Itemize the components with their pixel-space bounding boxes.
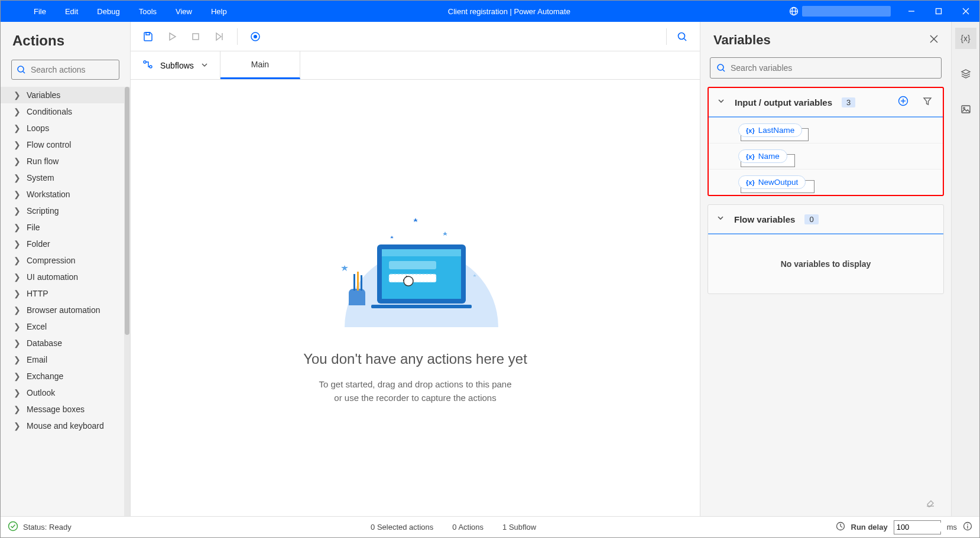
tree-item-excel[interactable]: ❯Excel bbox=[1, 318, 124, 335]
tree-item-folder[interactable]: ❯Folder bbox=[1, 236, 124, 252]
minimize-button[interactable] bbox=[898, 1, 925, 22]
actions-panel: Actions ❯Variables ❯Conditionals ❯Loops … bbox=[1, 22, 131, 516]
variable-name: NewOutput bbox=[758, 178, 799, 187]
tree-item-exchange[interactable]: ❯Exchange bbox=[1, 368, 124, 384]
tree-item-file[interactable]: ❯File bbox=[1, 219, 124, 236]
chevron-right-icon: ❯ bbox=[14, 123, 21, 133]
recorder-button[interactable] bbox=[245, 26, 266, 47]
actions-search[interactable] bbox=[11, 60, 119, 80]
tree-item-mouse-keyboard[interactable]: ❯Mouse and keyboard bbox=[1, 418, 124, 434]
variable-tag-lastname[interactable]: {x}LastName bbox=[738, 123, 802, 137]
svg-marker-31 bbox=[390, 236, 394, 239]
tree-item-conditionals[interactable]: ❯Conditionals bbox=[1, 103, 124, 120]
variables-search[interactable] bbox=[710, 57, 942, 79]
chevron-right-icon: ❯ bbox=[14, 272, 21, 282]
tree-item-database[interactable]: ❯Database bbox=[1, 335, 124, 351]
tree-item-email[interactable]: ❯Email bbox=[1, 351, 124, 368]
close-button[interactable] bbox=[952, 1, 979, 22]
run-button[interactable] bbox=[161, 26, 183, 47]
tree-label: Message boxes bbox=[27, 405, 85, 414]
tree-label: Folder bbox=[27, 239, 50, 249]
tree-label: Scripting bbox=[27, 206, 59, 216]
svg-point-35 bbox=[718, 64, 723, 70]
tree-item-ui-automation[interactable]: ❯UI automation bbox=[1, 269, 124, 285]
menu-help[interactable]: Help bbox=[202, 2, 236, 21]
menu-tools[interactable]: Tools bbox=[129, 2, 166, 21]
chevron-right-icon: ❯ bbox=[14, 405, 21, 414]
images-sidebar-button[interactable] bbox=[955, 99, 976, 120]
canvas-search-button[interactable] bbox=[671, 26, 693, 47]
io-variables-header[interactable]: Input / output variables 3 bbox=[709, 88, 943, 118]
actions-scrollbar[interactable] bbox=[124, 87, 130, 516]
chevron-right-icon: ❯ bbox=[14, 156, 21, 166]
stop-button[interactable] bbox=[185, 26, 206, 47]
subflows-dropdown[interactable]: Subflows bbox=[131, 51, 220, 79]
variables-search-input[interactable] bbox=[731, 63, 935, 73]
tree-item-outlook[interactable]: ❯Outlook bbox=[1, 384, 124, 401]
subflow-count: 1 Subflow bbox=[502, 523, 536, 532]
variable-tag-wrap: {x}NewOutput bbox=[738, 175, 806, 189]
tree-item-variables[interactable]: ❯Variables bbox=[1, 87, 124, 103]
actions-search-input[interactable] bbox=[31, 65, 134, 74]
maximize-button[interactable] bbox=[925, 1, 952, 22]
tree-item-compression[interactable]: ❯Compression bbox=[1, 252, 124, 269]
close-variables-button[interactable] bbox=[930, 35, 938, 45]
chevron-right-icon: ❯ bbox=[14, 107, 21, 116]
svg-marker-28 bbox=[413, 218, 418, 222]
tree-item-scripting[interactable]: ❯Scripting bbox=[1, 203, 124, 219]
save-button[interactable] bbox=[138, 26, 159, 47]
menu-view[interactable]: View bbox=[166, 2, 202, 21]
canvas-content[interactable]: You don't have any actions here yet To g… bbox=[131, 80, 700, 516]
search-icon bbox=[17, 65, 26, 74]
menu-edit[interactable]: Edit bbox=[56, 2, 87, 21]
environment-badge[interactable] bbox=[782, 1, 898, 22]
svg-point-16 bbox=[144, 61, 146, 63]
menu-bar: File Edit Debug Tools View Help bbox=[1, 2, 236, 21]
tree-item-browser-automation[interactable]: ❯Browser automation bbox=[1, 302, 124, 318]
add-variable-button[interactable] bbox=[895, 93, 911, 111]
io-variables-section: Input / output variables 3 {x}LastName {… bbox=[708, 87, 944, 196]
variable-row[interactable]: {x}Name bbox=[709, 144, 943, 169]
tree-item-workstation[interactable]: ❯Workstation bbox=[1, 186, 124, 203]
chevron-right-icon: ❯ bbox=[14, 371, 21, 381]
svg-rect-20 bbox=[382, 249, 461, 256]
variables-sidebar-button[interactable]: {x} bbox=[955, 28, 976, 49]
variable-tag-newoutput[interactable]: {x}NewOutput bbox=[738, 175, 806, 189]
tree-label: Run flow bbox=[27, 156, 59, 166]
chevron-right-icon: ❯ bbox=[14, 421, 21, 431]
tree-item-message-boxes[interactable]: ❯Message boxes bbox=[1, 401, 124, 418]
chevron-down-icon bbox=[201, 61, 208, 70]
variable-tag-wrap: {x}LastName bbox=[738, 123, 802, 137]
variable-tag-name[interactable]: {x}Name bbox=[738, 149, 787, 163]
step-button[interactable] bbox=[209, 26, 230, 47]
variable-tag-wrap: {x}Name bbox=[738, 149, 787, 163]
chevron-right-icon: ❯ bbox=[14, 289, 21, 298]
variables-panel: Variables Input / output variables 3 {x}… bbox=[700, 22, 951, 516]
tree-item-flow-control[interactable]: ❯Flow control bbox=[1, 136, 124, 153]
tree-label: Workstation bbox=[27, 190, 70, 199]
menu-debug[interactable]: Debug bbox=[87, 2, 129, 21]
svg-rect-21 bbox=[389, 261, 436, 269]
tree-item-system[interactable]: ❯System bbox=[1, 169, 124, 186]
tree-item-run-flow[interactable]: ❯Run flow bbox=[1, 153, 124, 169]
scrollbar-thumb[interactable] bbox=[125, 87, 129, 335]
variables-header: Variables bbox=[708, 28, 944, 55]
menu-file[interactable]: File bbox=[24, 2, 56, 21]
tree-item-http[interactable]: ❯HTTP bbox=[1, 285, 124, 302]
tab-main[interactable]: Main bbox=[220, 51, 300, 79]
clear-button[interactable] bbox=[708, 493, 944, 510]
info-icon[interactable] bbox=[963, 521, 972, 533]
chevron-right-icon: ❯ bbox=[14, 140, 21, 149]
filter-button[interactable] bbox=[920, 94, 934, 110]
tree-item-loops[interactable]: ❯Loops bbox=[1, 120, 124, 136]
actions-tree[interactable]: ❯Variables ❯Conditionals ❯Loops ❯Flow co… bbox=[1, 87, 124, 516]
layers-sidebar-button[interactable] bbox=[955, 63, 976, 84]
svg-rect-9 bbox=[146, 32, 150, 35]
flow-variables-header[interactable]: Flow variables 0 bbox=[708, 205, 943, 234]
svg-point-42 bbox=[963, 107, 965, 109]
variable-row[interactable]: {x}LastName bbox=[709, 118, 943, 144]
status-right: Run delay ▲▼ ms bbox=[836, 520, 972, 534]
variable-row[interactable]: {x}NewOutput bbox=[709, 169, 943, 195]
canvas-area: Subflows Main bbox=[131, 22, 700, 516]
run-delay-input[interactable]: ▲▼ bbox=[894, 520, 941, 534]
